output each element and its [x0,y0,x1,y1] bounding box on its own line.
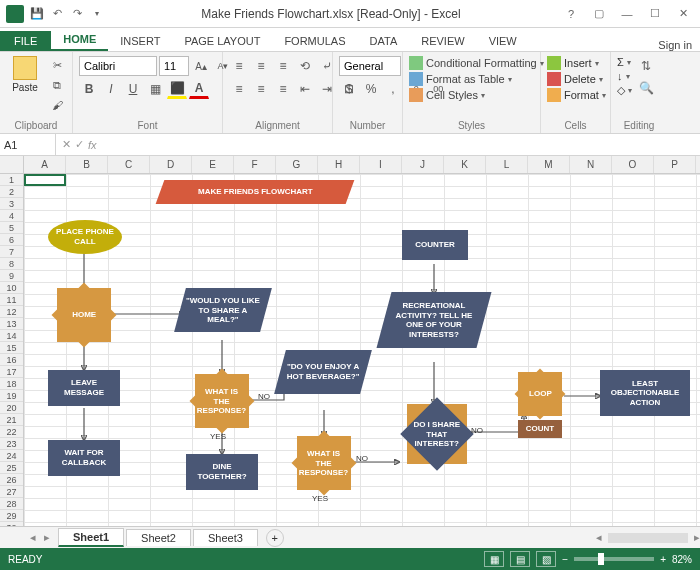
row-header[interactable]: 12 [0,306,23,318]
align-top-icon[interactable]: ≡ [229,56,249,76]
row-header[interactable]: 3 [0,198,23,210]
normal-view-icon[interactable]: ▦ [484,551,504,567]
insert-cells-button[interactable]: Insert▾ [547,56,606,70]
col-header[interactable]: B [66,156,108,173]
delete-cells-button[interactable]: Delete▾ [547,72,606,86]
row-header[interactable]: 25 [0,462,23,474]
help-icon[interactable]: ? [558,4,584,24]
clear-button[interactable]: ◇▾ [617,84,632,97]
row-header[interactable]: 4 [0,210,23,222]
align-right-icon[interactable]: ≡ [273,79,293,99]
col-header[interactable]: E [192,156,234,173]
tab-formulas[interactable]: FORMULAS [272,31,357,51]
row-header[interactable]: 10 [0,282,23,294]
redo-icon[interactable]: ↷ [70,7,84,21]
col-header[interactable]: J [402,156,444,173]
row-header[interactable]: 27 [0,486,23,498]
increase-font-icon[interactable]: A▴ [191,56,211,76]
font-size-select[interactable] [159,56,189,76]
row-header[interactable]: 18 [0,378,23,390]
col-header[interactable]: O [612,156,654,173]
close-icon[interactable]: ✕ [670,4,696,24]
row-header[interactable]: 14 [0,330,23,342]
row-header[interactable]: 16 [0,354,23,366]
font-color-icon[interactable]: A [189,79,209,99]
format-as-table-button[interactable]: Format as Table▾ [409,72,544,86]
formula-bar[interactable] [103,134,700,155]
paste-button[interactable]: Paste [6,56,44,93]
align-middle-icon[interactable]: ≡ [251,56,271,76]
row-header[interactable]: 13 [0,318,23,330]
row-header[interactable]: 9 [0,270,23,282]
format-cells-button[interactable]: Format▾ [547,88,606,102]
row-header[interactable]: 24 [0,450,23,462]
ribbon-options-icon[interactable]: ▢ [586,4,612,24]
align-left-icon[interactable]: ≡ [229,79,249,99]
col-header[interactable]: D [150,156,192,173]
sheet-tab-1[interactable]: Sheet1 [58,528,124,547]
comma-icon[interactable]: , [383,79,403,99]
sort-filter-icon[interactable]: ⇅ [636,56,656,76]
select-all-corner[interactable] [0,156,24,174]
sheet-nav-prev-icon[interactable]: ◂ [30,531,36,544]
fx-icon[interactable]: fx [88,139,97,151]
align-bottom-icon[interactable]: ≡ [273,56,293,76]
zoom-in-icon[interactable]: + [660,554,666,565]
tab-home[interactable]: HOME [51,29,108,51]
col-header[interactable]: N [570,156,612,173]
row-header[interactable]: 26 [0,474,23,486]
undo-icon[interactable]: ↶ [50,7,64,21]
add-sheet-button[interactable]: + [266,529,284,547]
cell-styles-button[interactable]: Cell Styles▾ [409,88,544,102]
decrease-indent-icon[interactable]: ⇤ [295,79,315,99]
row-header[interactable]: 20 [0,402,23,414]
find-select-icon[interactable]: 🔍 [636,78,656,98]
currency-icon[interactable]: $ [339,79,359,99]
row-header[interactable]: 6 [0,234,23,246]
col-header[interactable]: F [234,156,276,173]
col-header[interactable]: C [108,156,150,173]
page-break-view-icon[interactable]: ▧ [536,551,556,567]
row-header[interactable]: 21 [0,414,23,426]
maximize-icon[interactable]: ☐ [642,4,668,24]
fill-color-icon[interactable]: ⬛ [167,79,187,99]
sheet-tab-3[interactable]: Sheet3 [193,529,258,546]
tab-file[interactable]: FILE [0,31,51,51]
enter-formula-icon[interactable]: ✓ [75,138,84,151]
row-header[interactable]: 17 [0,366,23,378]
col-header[interactable]: L [486,156,528,173]
row-headers[interactable]: 1234567891011121314151617181920212223242… [0,174,24,526]
autosum-button[interactable]: Σ▾ [617,56,632,68]
sheet-tab-2[interactable]: Sheet2 [126,529,191,546]
tab-page-layout[interactable]: PAGE LAYOUT [172,31,272,51]
row-header[interactable]: 8 [0,258,23,270]
underline-icon[interactable]: U [123,79,143,99]
name-box[interactable]: A1 [0,134,56,155]
sheet-nav-next-icon[interactable]: ▸ [44,531,50,544]
col-header[interactable]: M [528,156,570,173]
cut-icon[interactable]: ✂ [48,56,66,74]
copy-icon[interactable]: ⧉ [48,76,66,94]
percent-icon[interactable]: % [361,79,381,99]
save-icon[interactable]: 💾 [30,7,44,21]
tab-insert[interactable]: INSERT [108,31,172,51]
row-header[interactable]: 30 [0,522,23,526]
zoom-level[interactable]: 82% [672,554,692,565]
horizontal-scroll-left-icon[interactable]: ◂ [596,531,602,544]
horizontal-scroll-right-icon[interactable]: ▸ [694,531,700,544]
tab-review[interactable]: REVIEW [409,31,476,51]
number-format-select[interactable] [339,56,401,76]
format-painter-icon[interactable]: 🖌 [48,96,66,114]
italic-icon[interactable]: I [101,79,121,99]
orientation-icon[interactable]: ⟲ [295,56,315,76]
row-header[interactable]: 5 [0,222,23,234]
worksheet-area[interactable]: ABCDEFGHIJKLMNOP 12345678910111213141516… [0,156,700,526]
row-header[interactable]: 2 [0,186,23,198]
font-name-select[interactable] [79,56,157,76]
qat-dropdown-icon[interactable]: ▾ [90,7,104,21]
conditional-formatting-button[interactable]: Conditional Formatting▾ [409,56,544,70]
col-header[interactable]: A [24,156,66,173]
zoom-slider[interactable] [574,557,654,561]
zoom-out-icon[interactable]: − [562,554,568,565]
row-header[interactable]: 29 [0,510,23,522]
